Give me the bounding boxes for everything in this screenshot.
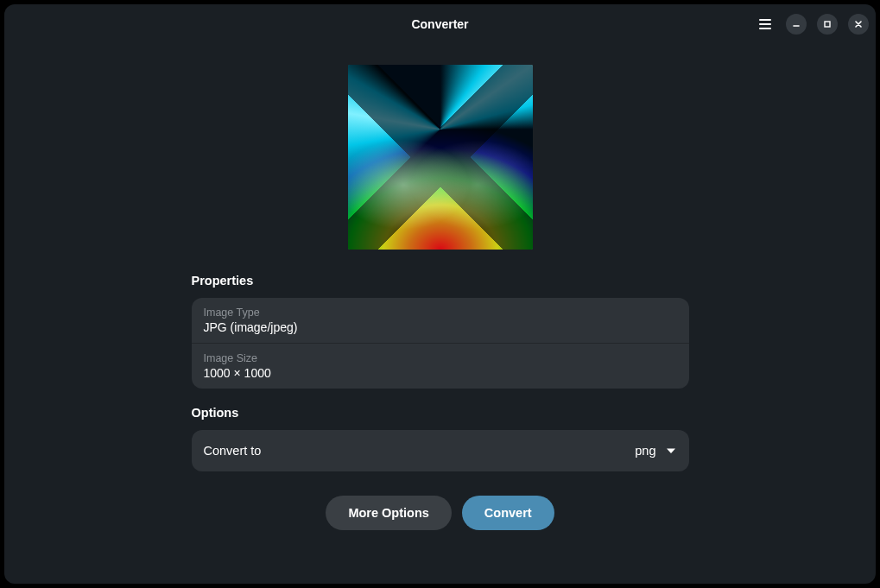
chevron-down-icon	[665, 445, 677, 457]
properties-section: Properties Image Type JPG (image/jpeg) I…	[192, 274, 689, 389]
titlebar-controls	[755, 14, 869, 35]
options-heading: Options	[192, 406, 689, 420]
maximize-button[interactable]	[817, 14, 838, 35]
more-options-button[interactable]: More Options	[326, 496, 451, 530]
convert-button[interactable]: Convert	[462, 496, 554, 530]
close-button[interactable]	[848, 14, 869, 35]
image-type-value: JPG (image/jpeg)	[204, 320, 677, 334]
svg-rect-0	[825, 22, 830, 27]
app-window: Converter	[4, 4, 876, 584]
image-type-label: Image Type	[204, 307, 677, 319]
options-section: Options Convert to png	[192, 406, 689, 471]
convert-to-value-wrap: png	[635, 444, 676, 458]
image-type-row: Image Type JPG (image/jpeg)	[192, 298, 689, 344]
image-size-value: 1000 × 1000	[204, 366, 677, 380]
titlebar: Converter	[4, 4, 876, 44]
close-icon	[853, 19, 864, 29]
properties-list: Image Type JPG (image/jpeg) Image Size 1…	[192, 298, 689, 389]
menu-button[interactable]	[755, 14, 776, 35]
action-buttons: More Options Convert	[326, 496, 554, 530]
image-size-row: Image Size 1000 × 1000	[192, 344, 689, 389]
minimize-icon	[791, 19, 801, 29]
properties-heading: Properties	[192, 274, 689, 288]
convert-to-label: Convert to	[204, 444, 262, 458]
image-size-label: Image Size	[204, 352, 677, 364]
maximize-icon	[822, 19, 833, 29]
hamburger-icon	[758, 17, 772, 31]
main-content: Properties Image Type JPG (image/jpeg) I…	[4, 44, 876, 584]
convert-to-dropdown[interactable]: Convert to png	[192, 430, 689, 471]
convert-to-value: png	[635, 444, 655, 458]
window-title: Converter	[411, 17, 468, 31]
minimize-button[interactable]	[786, 14, 807, 35]
image-preview	[348, 65, 533, 250]
